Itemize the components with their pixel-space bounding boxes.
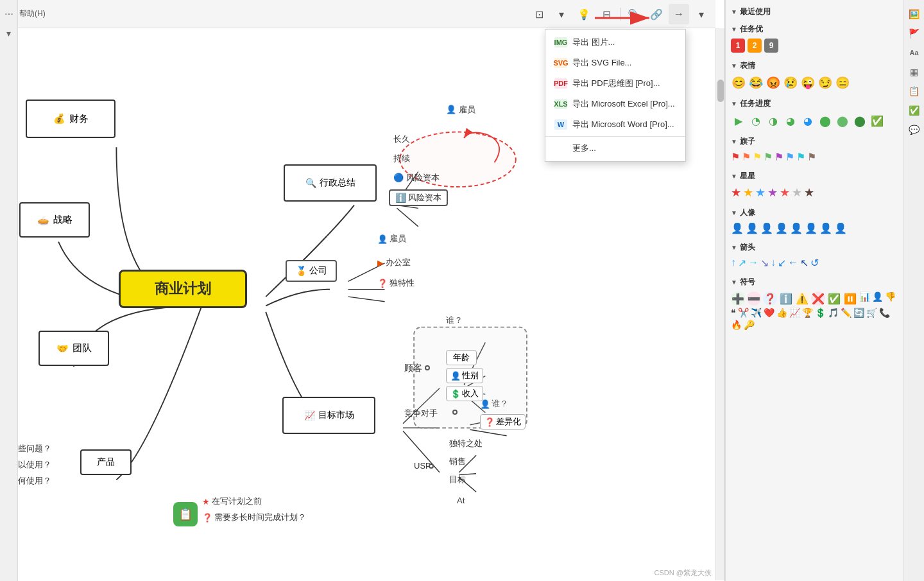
panel-icon-chat[interactable]: 💬 — [905, 121, 923, 139]
progress-check[interactable]: ✅ — [869, 113, 885, 128]
section-flags-header[interactable]: ▼ 旗子 — [728, 132, 901, 150]
progress-3[interactable]: ◕ — [783, 113, 798, 128]
panel-icon-check[interactable]: ✅ — [905, 101, 923, 119]
section-symbols-header[interactable]: ▼ 符号 — [728, 273, 901, 290]
panel-icon-grid[interactable]: ▦ — [905, 63, 923, 81]
emoji-angry[interactable]: 😡 — [766, 75, 781, 91]
export-btn[interactable]: → — [669, 4, 689, 24]
sym-check[interactable]: ✅ — [827, 291, 841, 306]
sym-trophy[interactable]: 🏆 — [802, 308, 813, 318]
scrollbar-thumb[interactable] — [717, 80, 724, 102]
sym-phone[interactable]: 📞 — [879, 308, 890, 318]
arrow-up-left[interactable]: ↖ — [800, 257, 809, 269]
sym-pencil[interactable]: ✏️ — [841, 308, 851, 318]
sym-plane[interactable]: ✈️ — [751, 308, 762, 318]
section-arrows-header[interactable]: ▼ 箭头 — [728, 238, 901, 256]
priority-badge-1[interactable]: 1 — [731, 39, 745, 53]
sym-cycle[interactable]: 🔄 — [853, 308, 864, 318]
sym-pause[interactable]: ⏸️ — [843, 291, 857, 306]
emoji-laugh[interactable]: 😂 — [748, 75, 764, 91]
sym-key[interactable]: 🔑 — [744, 320, 755, 330]
emoji-cry[interactable]: 😢 — [783, 75, 798, 91]
arrow-up-right[interactable]: ↗ — [738, 257, 746, 269]
sym-minus[interactable]: ➖ — [747, 291, 761, 306]
sym-trending[interactable]: 📈 — [789, 308, 800, 318]
sym-warning[interactable]: ⚠️ — [795, 291, 809, 306]
left-icon-1[interactable]: ⋯ — [0, 5, 18, 23]
section-progress-header[interactable]: ▼ 任务进度 — [728, 94, 901, 112]
arrow-down[interactable]: ↓ — [771, 257, 776, 269]
star-pink[interactable]: ★ — [780, 186, 790, 200]
person-red[interactable]: 👤 — [731, 222, 744, 234]
sym-cart[interactable]: 🛒 — [866, 308, 877, 318]
node-chanpin[interactable]: 产品 — [80, 449, 132, 475]
star-brown[interactable]: ★ — [804, 186, 814, 200]
node-shouru[interactable]: 💲收入 — [446, 386, 483, 401]
node-mubiaoshichang[interactable]: 📈 目标市场 — [282, 397, 375, 434]
flag-orange[interactable]: ⚑ — [742, 151, 751, 163]
flag-cyan[interactable]: ⚑ — [796, 151, 805, 163]
node-caiwu[interactable]: 💰 财务 — [26, 100, 116, 138]
central-node[interactable]: 商业计划 — [119, 270, 247, 308]
section-taskpriority-header[interactable]: ▼ 任务优 — [728, 20, 901, 37]
flag-yellow[interactable]: ⚑ — [753, 151, 762, 163]
progress-7[interactable]: ⬤ — [852, 113, 868, 128]
node-xingbie[interactable]: 👤性别 — [446, 368, 483, 383]
star-blue[interactable]: ★ — [755, 186, 766, 200]
sym-info[interactable]: ℹ️ — [779, 291, 793, 306]
star-gray[interactable]: ★ — [792, 186, 802, 200]
sym-dollar[interactable]: 💲 — [815, 308, 826, 318]
sym-heart[interactable]: ❤️ — [764, 308, 774, 318]
star-purple[interactable]: ★ — [767, 186, 778, 200]
star-orange[interactable]: ★ — [743, 186, 753, 200]
section-emotions-header[interactable]: ▼ 表情 — [728, 56, 901, 74]
sym-chart[interactable]: 📊 — [859, 291, 870, 306]
progress-0[interactable]: ▶ — [731, 113, 746, 128]
priority-badge-9[interactable]: 9 — [764, 39, 778, 53]
node-nianling[interactable]: 年龄 — [446, 350, 477, 365]
progress-4[interactable]: ◕ — [800, 113, 816, 128]
person-blue[interactable]: 👤 — [805, 222, 817, 234]
progress-6[interactable]: ⬤ — [835, 113, 850, 128]
green-icon-box[interactable]: 📋 — [173, 502, 198, 526]
sym-quote[interactable]: ❝ — [731, 308, 736, 318]
scrollbar-track[interactable] — [715, 28, 724, 580]
person-gray[interactable]: 👤 — [819, 222, 832, 234]
export-pdf-item[interactable]: PDF 导出 PDF思维图 [Pro]... — [545, 73, 685, 94]
arrow-down-left[interactable]: ↙ — [778, 257, 786, 269]
sym-music[interactable]: 🎵 — [828, 308, 839, 318]
flag-purple[interactable]: ⚑ — [774, 151, 783, 163]
progress-1[interactable]: ◔ — [748, 113, 764, 128]
arrow-down-right[interactable]: ↘ — [760, 257, 769, 269]
emoji-smirk[interactable]: 😏 — [817, 75, 833, 91]
panel-icon-notes[interactable]: 📋 — [905, 82, 923, 100]
section-recent-header[interactable]: ▼ 最近使用 — [728, 3, 901, 20]
flag-red[interactable]: ⚑ — [731, 151, 740, 163]
sym-thumbdown[interactable]: 👎 — [885, 291, 896, 306]
export-svg-item[interactable]: SVG 导出 SVG File... — [545, 53, 685, 73]
star-red[interactable]: ★ — [731, 186, 741, 200]
sym-scissors[interactable]: ✂️ — [738, 308, 749, 318]
node-zhanlue[interactable]: 🥧 战略 — [19, 202, 90, 238]
emoji-neutral[interactable]: 😑 — [835, 75, 850, 91]
node-guke[interactable]: 顾客 — [404, 363, 422, 374]
presentation-btn[interactable]: ⊡ — [529, 4, 549, 24]
node-chayihua[interactable]: ❓差异化 — [480, 414, 526, 429]
section-persons-header[interactable]: ▼ 人像 — [728, 204, 901, 221]
person-yellow[interactable]: 👤 — [760, 222, 773, 234]
person-orange[interactable]: 👤 — [746, 222, 758, 234]
export-more-item[interactable]: 更多... — [545, 138, 685, 159]
node-xingzheng[interactable]: 🔍 行政总结 — [284, 164, 377, 202]
panel-icon-image[interactable]: 🖼️ — [905, 5, 923, 23]
emoji-smile[interactable]: 😊 — [731, 75, 746, 91]
node-tuandui[interactable]: 🤝 团队 — [38, 331, 109, 366]
help-menu-label[interactable]: 帮助(H) — [19, 8, 46, 19]
node-jingzhen[interactable]: 竞争对手 — [404, 408, 438, 419]
sym-thumbup[interactable]: 👍 — [776, 308, 787, 318]
panel-icon-flag[interactable]: 🚩 — [905, 24, 923, 42]
sym-fire[interactable]: 🔥 — [731, 320, 742, 330]
person-purple[interactable]: 👤 — [790, 222, 803, 234]
arrow-right[interactable]: → — [748, 257, 758, 269]
node-fengxian[interactable]: ℹ️ 风险资本 — [389, 189, 448, 206]
person-green[interactable]: 👤 — [775, 222, 788, 234]
